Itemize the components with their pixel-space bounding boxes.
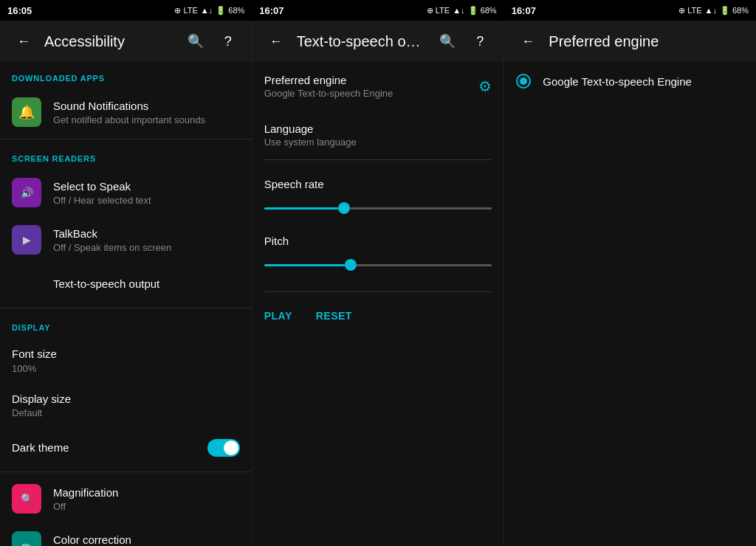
list-item-dark-theme[interactable]: Dark theme — [0, 427, 252, 469]
page-title-tts: Text-to-speech outp... — [297, 33, 427, 50]
list-item-magnification[interactable]: 🔍 Magnification Off — [0, 475, 252, 522]
tts-preferred-engine-section: Preferred engine Google Text-to-speech E… — [252, 62, 504, 160]
sound-notifications-title: Sound Notifications — [53, 99, 240, 114]
accessibility-list: DOWNLOADED APPS 🔔 Sound Notifications Ge… — [0, 62, 252, 546]
magnification-subtitle: Off — [53, 501, 240, 512]
display-size-subtitle: Default — [12, 407, 240, 418]
sound-notifications-text: Sound Notifications Get notified about i… — [53, 99, 240, 126]
tts-preferred-engine-row[interactable]: Preferred engine Google Text-to-speech E… — [264, 62, 492, 111]
speech-rate-track — [264, 207, 492, 210]
tts-language-text: Language Use system language — [264, 122, 492, 148]
talkback-title: TalkBack — [53, 227, 240, 241]
list-item-select-to-speak[interactable]: 🔊 Select to Speak Off / Hear selected te… — [0, 169, 252, 216]
list-item-color-correction[interactable]: ✏ Color correction Off — [0, 522, 252, 546]
dark-theme-knob — [224, 440, 238, 455]
panel-preferred-engine: ← Preferred engine Google Text-to-speech… — [504, 21, 756, 546]
speech-rate-thumb[interactable] — [338, 202, 350, 214]
display-size-title: Display size — [12, 392, 240, 407]
select-to-speak-icon: 🔊 — [12, 178, 41, 207]
dark-theme-toggle[interactable] — [207, 439, 240, 457]
color-correction-title: Color correction — [53, 533, 240, 546]
panel-tts: ← Text-to-speech outp... 🔍 ? Preferred e… — [252, 21, 505, 546]
gear-icon[interactable]: ⚙ — [478, 77, 492, 95]
toolbar-preferred-engine: ← Preferred engine — [504, 21, 756, 62]
speech-rate-slider[interactable] — [264, 199, 492, 217]
display-size-text: Display size Default — [12, 392, 240, 419]
pitch-section: Pitch — [252, 229, 504, 286]
tts-language-value: Use system language — [264, 136, 492, 148]
talkback-text: TalkBack Off / Speak items on screen — [53, 227, 240, 254]
divider-1 — [0, 139, 252, 139]
time-2: 16:07 — [259, 5, 284, 16]
back-button-2[interactable]: ← — [264, 30, 288, 53]
list-item-sound-notifications[interactable]: 🔔 Sound Notifications Get notified about… — [0, 89, 252, 136]
status-panel-2: 16:07 ⊕ LTE ▲↓ 🔋 68% — [252, 0, 504, 21]
talkback-icon: ▶ — [12, 225, 41, 255]
tts-language-title: Language — [264, 122, 492, 135]
tts-action-buttons: Play Reset — [252, 298, 504, 334]
sound-notifications-icon: 🔔 — [12, 97, 41, 127]
select-to-speak-subtitle: Off / Hear selected text — [53, 195, 240, 206]
list-item-display-size[interactable]: Display size Default — [0, 383, 252, 428]
help-button-2[interactable]: ? — [468, 30, 492, 53]
tts-divider-2 — [264, 291, 492, 292]
font-size-text: Font size 100% — [12, 347, 240, 374]
list-item-font-size[interactable]: Font size 100% — [0, 338, 252, 383]
color-correction-icon: ✏ — [12, 531, 41, 546]
status-panel-1: 16:05 ⊕ LTE ▲↓ 🔋 68% — [0, 0, 252, 21]
list-item-tts-output[interactable]: Text-to-speech output — [0, 263, 252, 305]
back-button-3[interactable]: ← — [516, 30, 540, 53]
section-display: DISPLAY — [0, 311, 252, 338]
pitch-slider[interactable] — [264, 256, 492, 274]
time-3: 16:07 — [512, 5, 536, 16]
tts-preferred-engine-title: Preferred engine — [264, 74, 479, 86]
time-1: 16:05 — [7, 5, 32, 16]
pitch-label: Pitch — [264, 235, 492, 247]
page-title-accessibility: Accessibility — [44, 33, 175, 50]
tts-output-text: Text-to-speech output — [12, 277, 240, 291]
status-icons-2: ⊕ LTE ▲↓ 🔋 68% — [427, 6, 497, 15]
divider-2 — [0, 308, 252, 308]
font-size-subtitle: 100% — [12, 363, 240, 374]
pitch-track — [264, 264, 492, 266]
tts-preferred-engine-value: Google Text-to-speech Engine — [264, 88, 479, 99]
pitch-fill — [264, 264, 351, 266]
help-button-1[interactable]: ? — [216, 30, 240, 53]
magnification-text: Magnification Off — [53, 485, 240, 513]
magnification-title: Magnification — [53, 485, 240, 500]
engine-item-google[interactable]: Google Text-to-speech Engine — [504, 62, 756, 100]
color-correction-text: Color correction Off — [53, 533, 240, 546]
divider-3 — [0, 471, 252, 472]
speech-rate-fill — [264, 207, 344, 210]
tts-language-row[interactable]: Language Use system language — [264, 111, 492, 159]
list-item-talkback[interactable]: ▶ TalkBack Off / Speak items on screen — [0, 216, 252, 263]
status-icons-1: ⊕ LTE ▲↓ 🔋 68% — [174, 6, 244, 15]
radio-google — [516, 74, 531, 89]
speech-rate-label: Speech rate — [264, 178, 492, 190]
section-downloaded-apps: DOWNLOADED APPS — [0, 62, 252, 89]
talkback-subtitle: Off / Speak items on screen — [53, 242, 240, 253]
toolbar-tts: ← Text-to-speech outp... 🔍 ? — [252, 21, 504, 62]
panel-accessibility: ← Accessibility 🔍 ? DOWNLOADED APPS 🔔 So… — [0, 21, 252, 546]
magnification-icon: 🔍 — [12, 484, 41, 514]
toolbar-accessibility: ← Accessibility 🔍 ? — [0, 21, 252, 62]
search-button-2[interactable]: 🔍 — [436, 30, 459, 53]
status-icons-3: ⊕ LTE ▲↓ 🔋 68% — [678, 6, 749, 15]
select-to-speak-title: Select to Speak — [53, 179, 240, 194]
select-to-speak-text: Select to Speak Off / Hear selected text — [53, 179, 240, 207]
tts-preferred-engine-text: Preferred engine Google Text-to-speech E… — [264, 74, 479, 99]
search-button-1[interactable]: 🔍 — [184, 30, 207, 53]
play-button[interactable]: Play — [264, 310, 292, 322]
back-button-1[interactable]: ← — [12, 30, 35, 53]
speech-rate-section: Speech rate — [252, 172, 504, 229]
reset-button[interactable]: Reset — [316, 310, 352, 322]
engine-name-google: Google Text-to-speech Engine — [543, 75, 692, 88]
section-screen-readers: SCREEN READERS — [0, 142, 252, 169]
page-title-preferred-engine: Preferred engine — [549, 33, 744, 50]
tts-divider-1 — [264, 159, 492, 160]
sound-notifications-subtitle: Get notified about important sounds — [53, 114, 240, 125]
status-bar: 16:05 ⊕ LTE ▲↓ 🔋 68% 16:07 ⊕ LTE ▲↓ 🔋 68… — [0, 0, 756, 21]
pitch-thumb[interactable] — [345, 259, 357, 271]
tts-content: Preferred engine Google Text-to-speech E… — [252, 62, 504, 546]
preferred-engine-content: Google Text-to-speech Engine — [504, 62, 756, 546]
